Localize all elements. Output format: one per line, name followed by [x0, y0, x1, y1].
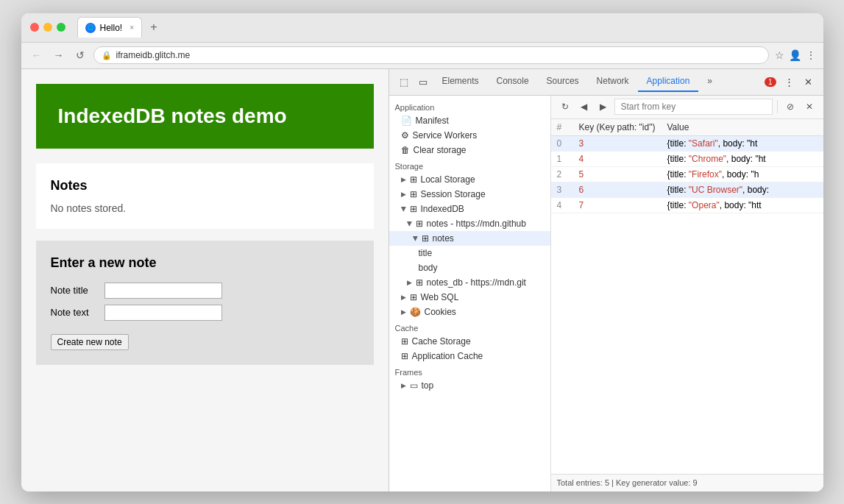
top-frame-label: top — [422, 380, 434, 391]
tab-sources[interactable]: Sources — [538, 71, 588, 92]
tab-application[interactable]: Application — [638, 71, 699, 92]
lock-icon: 🔒 — [102, 51, 112, 60]
device-toolbar-icon[interactable]: ▭ — [414, 73, 432, 90]
table-row[interactable]: 14{title: "Chrome", body: "ht — [551, 151, 823, 166]
prev-key-button[interactable]: ◀ — [576, 99, 592, 115]
bookmark-icon[interactable]: ☆ — [775, 49, 784, 61]
local-storage-icon: ⊞ — [410, 174, 417, 185]
data-table: # Key (Key path: "id") Value 03{title: "… — [551, 119, 823, 474]
new-note-heading: Enter a new note — [51, 255, 359, 271]
cell-value: {title: "Firefox", body: "h — [662, 166, 823, 182]
tab-close-icon[interactable]: × — [130, 24, 134, 32]
notes-label: notes — [433, 233, 454, 244]
sidebar-item-service-workers[interactable]: ⚙ Service Workers — [389, 128, 550, 143]
no-notes-text: No notes stored. — [51, 202, 359, 214]
table-row[interactable]: 36{title: "UC Browser", body: — [551, 182, 823, 197]
application-cache-label: Application Cache — [412, 351, 483, 361]
delete-entry-button[interactable]: ⊘ — [782, 99, 798, 115]
address-actions: ☆ 👤 ⋮ — [775, 49, 816, 61]
close-button[interactable] — [30, 23, 39, 32]
url-text: iframeidb.glitch.me — [116, 50, 191, 60]
sidebar-item-body[interactable]: body — [389, 260, 550, 275]
note-text-input[interactable] — [104, 305, 222, 321]
sidebar-item-cookies[interactable]: ▶ 🍪 Cookies — [389, 305, 550, 319]
address-bar: ← → ↺ 🔒 iframeidb.glitch.me ☆ 👤 ⋮ — [21, 43, 823, 69]
top-frame-icon: ▭ — [410, 380, 418, 391]
sidebar-item-manifest[interactable]: 📄 Manifest — [389, 113, 550, 128]
profile-icon[interactable]: 👤 — [789, 49, 801, 61]
new-tab-button[interactable]: + — [145, 18, 163, 36]
devtools-close-icon[interactable]: ✕ — [800, 73, 818, 90]
sidebar-item-notes[interactable]: ▶ ⊞ notes — [389, 231, 550, 246]
sidebar-item-application-cache[interactable]: ⊞ Application Cache — [389, 349, 550, 363]
session-storage-icon: ⊞ — [410, 189, 417, 199]
sidebar-item-indexeddb[interactable]: ▶ ⊞ IndexedDB — [389, 202, 550, 216]
cell-index: 4 — [551, 197, 573, 213]
sidebar-item-title[interactable]: title — [389, 246, 550, 260]
forward-button[interactable]: → — [51, 48, 67, 63]
websql-label: Web SQL — [421, 292, 459, 302]
create-note-button[interactable]: Create new note — [51, 334, 129, 350]
title-bar: 🌐 Hello! × + — [21, 13, 823, 43]
next-key-button[interactable]: ▶ — [595, 99, 611, 115]
indexeddb-table: # Key (Key path: "id") Value 03{title: "… — [551, 119, 823, 213]
note-title-input[interactable] — [104, 283, 222, 299]
body-field-label: body — [419, 263, 438, 273]
browser-window: 🌐 Hello! × + ← → ↺ 🔒 iframeidb.glitch.me… — [21, 13, 823, 491]
indexeddb-arrow: ▶ — [400, 206, 407, 211]
sidebar-item-local-storage[interactable]: ▶ ⊞ Local Storage — [389, 172, 550, 187]
tab-more[interactable]: » — [698, 71, 721, 92]
tab-console[interactable]: Console — [488, 71, 538, 92]
minimize-button[interactable] — [43, 23, 52, 32]
reload-button[interactable]: ↺ — [73, 48, 88, 63]
page-heading: IndexedDB notes demo — [58, 104, 352, 128]
active-tab[interactable]: 🌐 Hello! × — [77, 17, 143, 38]
clear-button[interactable]: ✕ — [801, 99, 818, 115]
col-header-value: Value — [662, 119, 823, 136]
websql-arrow: ▶ — [401, 294, 406, 301]
page-header: IndexedDB notes demo — [36, 84, 374, 149]
notes-arrow: ▶ — [411, 235, 419, 241]
toolbar-divider — [777, 100, 778, 113]
url-bar[interactable]: 🔒 iframeidb.glitch.me — [93, 46, 769, 64]
notes-section: Notes No notes stored. — [36, 163, 374, 229]
maximize-button[interactable] — [57, 23, 65, 32]
section-storage-label: Storage — [389, 157, 550, 172]
table-row[interactable]: 47{title: "Opera", body: "htt — [551, 197, 823, 213]
tab-network[interactable]: Network — [588, 71, 638, 92]
tab-elements[interactable]: Elements — [433, 71, 488, 92]
notes-heading: Notes — [51, 178, 359, 194]
top-frame-arrow: ▶ — [401, 382, 406, 389]
sidebar-item-cache-storage[interactable]: ⊞ Cache Storage — [389, 334, 550, 349]
sidebar-item-session-storage[interactable]: ▶ ⊞ Session Storage — [389, 187, 550, 202]
devtools-sidebar: Application 📄 Manifest ⚙ Service Workers… — [389, 96, 551, 491]
key-input[interactable] — [614, 99, 773, 115]
menu-icon[interactable]: ⋮ — [806, 49, 816, 61]
refresh-db-button[interactable]: ↻ — [557, 99, 573, 115]
cell-index: 3 — [551, 182, 573, 197]
manifest-icon: 📄 — [401, 116, 412, 126]
back-button[interactable]: ← — [29, 48, 45, 63]
local-storage-label: Local Storage — [421, 174, 475, 185]
sidebar-item-top-frame[interactable]: ▶ ▭ top — [389, 378, 550, 393]
notes-db2-icon: ⊞ — [416, 277, 423, 288]
cell-value: {title: "Chrome", body: "ht — [662, 151, 823, 166]
sidebar-item-clear-storage[interactable]: 🗑 Clear storage — [389, 143, 550, 157]
table-row[interactable]: 25{title: "Firefox", body: "h — [551, 166, 823, 182]
tab-title: Hello! — [100, 23, 123, 33]
table-row[interactable]: 03{title: "Safari", body: "ht — [551, 135, 823, 151]
devtools-actions: 1 ⋮ ✕ — [765, 73, 818, 90]
sidebar-item-notes-db[interactable]: ▶ ⊞ notes - https://mdn.github — [389, 216, 550, 231]
devtools-main: ↻ ◀ ▶ ⊘ ✕ # — [551, 96, 823, 491]
cookies-label: Cookies — [425, 307, 456, 317]
cache-storage-icon: ⊞ — [401, 336, 408, 347]
inspect-element-icon[interactable]: ⬚ — [395, 73, 413, 90]
sidebar-item-notes-db2[interactable]: ▶ ⊞ notes_db - https://mdn.git — [389, 275, 550, 290]
notes-db-arrow: ▶ — [405, 221, 413, 226]
cell-index: 0 — [551, 135, 573, 151]
service-workers-icon: ⚙ — [401, 130, 409, 141]
devtools-settings-icon[interactable]: ⋮ — [781, 73, 798, 90]
section-cache-label: Cache — [389, 319, 550, 334]
sidebar-item-websql[interactable]: ▶ ⊞ Web SQL — [389, 290, 550, 305]
indexeddb-label: IndexedDB — [421, 204, 464, 214]
